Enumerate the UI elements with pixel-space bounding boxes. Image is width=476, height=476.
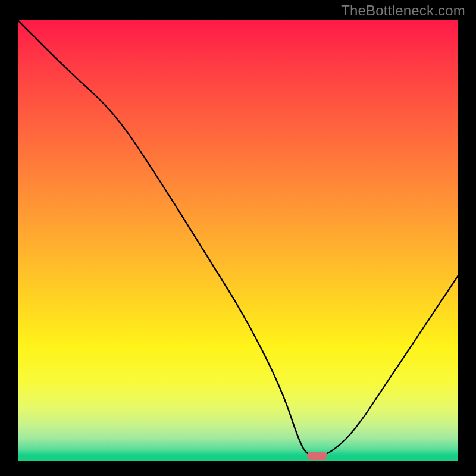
bottleneck-curve <box>18 20 458 456</box>
plot-area <box>18 20 458 461</box>
optimal-marker <box>307 452 327 460</box>
chart-container: TheBottleneck.com <box>0 0 476 476</box>
watermark-text: TheBottleneck.com <box>341 2 465 19</box>
chart-svg <box>18 20 458 461</box>
